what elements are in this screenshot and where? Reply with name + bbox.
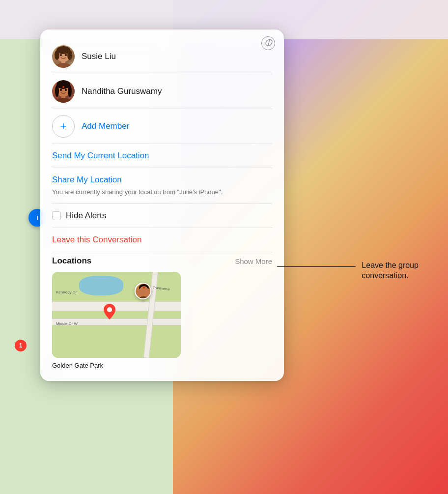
- nanditha-avatar-svg: [52, 80, 75, 103]
- members-section: Susie Liu: [52, 39, 272, 144]
- location-pin: [104, 304, 115, 321]
- svg-point-13: [55, 98, 72, 103]
- avatar-susie: [52, 45, 75, 68]
- svg-point-5: [55, 63, 72, 68]
- svg-point-14: [60, 89, 62, 91]
- member-row-susie[interactable]: Susie Liu: [52, 39, 272, 74]
- svg-point-7: [65, 54, 67, 56]
- road-label-middle: Middle Dr W: [56, 321, 78, 326]
- locations-title: Locations: [52, 256, 91, 266]
- divider-1: [52, 74, 272, 74]
- avatar-nanditha: [52, 80, 75, 103]
- svg-point-15: [65, 89, 67, 91]
- send-location-link[interactable]: Send My Current Location: [52, 151, 272, 161]
- divider-5: [52, 203, 272, 204]
- locations-header: Locations Show More: [52, 256, 272, 266]
- callout-line: [277, 266, 356, 267]
- show-more-button[interactable]: Show More: [235, 257, 272, 265]
- callout-annotation: Leave the group conversation.: [277, 261, 419, 281]
- leave-conversation-row[interactable]: Leave this Conversation: [52, 228, 272, 252]
- add-member-label: Add Member: [82, 121, 129, 131]
- panel-inner: Susie Liu: [40, 29, 284, 381]
- location-btn-label: I: [36, 214, 38, 222]
- sharing-description: You are currently sharing your location …: [52, 188, 272, 197]
- callout-text-box: Leave the group conversation.: [362, 261, 419, 281]
- member-name-susie: Susie Liu: [82, 52, 116, 61]
- person-avatar-on-map: [135, 283, 151, 299]
- svg-point-2: [55, 50, 59, 60]
- hide-alerts-checkbox[interactable]: [52, 211, 61, 220]
- share-location-row[interactable]: Share My Location You are currently shar…: [52, 168, 272, 203]
- callout-text-line1: Leave the group: [362, 261, 419, 271]
- map-caption: Golden Gate Park: [52, 362, 272, 369]
- hide-alerts-row[interactable]: Hide Alerts: [52, 204, 272, 228]
- divider-4: [52, 168, 272, 168]
- svg-point-16: [62, 86, 64, 88]
- info-icon[interactable]: ⓘ: [261, 36, 275, 50]
- pin-svg: [104, 304, 115, 320]
- member-name-nanditha: Nanditha Guruswamy: [82, 87, 162, 96]
- divider-3: [52, 144, 272, 144]
- water-feature: [79, 276, 123, 295]
- add-member-row[interactable]: + Add Member: [52, 109, 272, 144]
- road-horizontal-1: [52, 301, 181, 311]
- locations-section: Locations Show More Kennedy Dr Middle D: [52, 256, 272, 369]
- svg-point-22: [143, 287, 145, 289]
- divider-7: [52, 252, 272, 252]
- plus-icon: +: [60, 121, 67, 132]
- callout-text-line2: conversation.: [362, 271, 419, 281]
- info-icon-wrapper: ⓘ: [261, 36, 275, 50]
- svg-point-11: [68, 85, 72, 97]
- member-row-nanditha[interactable]: Nanditha Guruswamy: [52, 74, 272, 109]
- road-label-kennedy: Kennedy Dr: [56, 290, 77, 294]
- location-panel: ⓘ: [40, 29, 284, 381]
- divider-6: [52, 228, 272, 228]
- hide-alerts-label: Hide Alerts: [66, 211, 106, 221]
- susie-avatar-svg: [52, 45, 75, 68]
- svg-point-3: [67, 50, 72, 60]
- add-member-icon: +: [52, 115, 75, 138]
- svg-point-10: [55, 85, 59, 97]
- divider-2: [52, 109, 272, 109]
- mini-map-background: Kennedy Dr Middle Dr W Transverse: [52, 272, 181, 358]
- svg-point-6: [60, 54, 62, 56]
- share-location-link[interactable]: Share My Location: [52, 175, 272, 185]
- mini-map[interactable]: Kennedy Dr Middle Dr W Transverse: [52, 272, 181, 358]
- svg-point-17: [107, 307, 112, 312]
- send-location-row[interactable]: Send My Current Location: [52, 144, 272, 168]
- map-notification-badge: 1: [15, 340, 27, 351]
- leave-conversation-link[interactable]: Leave this Conversation: [52, 235, 141, 244]
